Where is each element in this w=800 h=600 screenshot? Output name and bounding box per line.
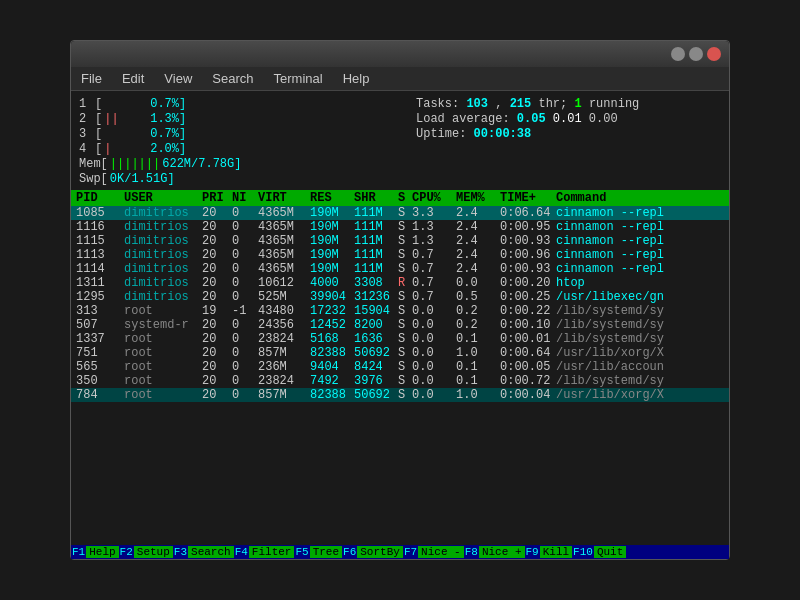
cell-time: 0:00.25 [499, 290, 555, 304]
cell-virt: 4365M [257, 262, 309, 276]
cell-res: 4000 [309, 276, 353, 290]
cell-res: 5168 [309, 332, 353, 346]
table-row[interactable]: 1115 dimitrios 20 0 4365M 190M 111M S 1.… [71, 234, 729, 248]
menu-item-edit[interactable]: Edit [120, 70, 146, 87]
table-row[interactable]: 313 root 19 -1 43480 17232 15904 S 0.0 0… [71, 304, 729, 318]
cell-s: S [397, 346, 411, 360]
footer-bar: F1HelpF2SetupF3SearchF4FilterF5TreeF6Sor… [71, 545, 729, 559]
minimize-button[interactable] [671, 47, 685, 61]
cell-ni: 0 [231, 374, 257, 388]
cell-pid: 1115 [75, 234, 123, 248]
footer-item-f6[interactable]: F6SortBy [342, 546, 403, 558]
cell-mem: 0.2 [455, 304, 499, 318]
footer-item-f10[interactable]: F10Quit [572, 546, 626, 558]
table-row[interactable]: 1116 dimitrios 20 0 4365M 190M 111M S 1.… [71, 220, 729, 234]
cell-ni: 0 [231, 262, 257, 276]
menu-item-help[interactable]: Help [341, 70, 372, 87]
cell-pri: 20 [201, 388, 231, 402]
cell-cmd: /usr/libexec/gn [555, 290, 725, 304]
cell-virt: 10612 [257, 276, 309, 290]
table-row[interactable]: 507 systemd-r 20 0 24356 12452 8200 S 0.… [71, 318, 729, 332]
footer-key-f2: F2 [119, 546, 134, 558]
cell-s: S [397, 234, 411, 248]
uptime-stat: Uptime: 00:00:38 [416, 127, 721, 141]
table-row[interactable]: 1337 root 20 0 23824 5168 1636 S 0.0 0.1… [71, 332, 729, 346]
cell-mem: 0.1 [455, 360, 499, 374]
cell-s: S [397, 262, 411, 276]
cell-time: 0:00.93 [499, 262, 555, 276]
table-row[interactable]: 350 root 20 0 23824 7492 3976 S 0.0 0.1 … [71, 374, 729, 388]
footer-label-f10: Quit [594, 546, 626, 558]
table-rows: 1085 dimitrios 20 0 4365M 190M 111M S 3.… [71, 206, 729, 543]
cell-user: root [123, 388, 201, 402]
cell-cpu: 0.0 [411, 388, 455, 402]
menu-item-file[interactable]: File [79, 70, 104, 87]
cell-s: S [397, 332, 411, 346]
cell-time: 0:00.10 [499, 318, 555, 332]
maximize-button[interactable] [689, 47, 703, 61]
cell-pri: 20 [201, 262, 231, 276]
col-time: TIME+ [499, 191, 555, 205]
cell-virt: 4365M [257, 220, 309, 234]
table-row[interactable]: 1114 dimitrios 20 0 4365M 190M 111M S 0.… [71, 262, 729, 276]
table-row[interactable]: 565 root 20 0 236M 9404 8424 S 0.0 0.1 0… [71, 360, 729, 374]
cell-cmd: cinnamon --repl [555, 220, 725, 234]
cell-ni: 0 [231, 220, 257, 234]
footer-item-f7[interactable]: F7Nice - [403, 546, 464, 558]
cpu-row-4: 4 [ | 2.0%] [79, 142, 400, 156]
table-row[interactable]: 1295 dimitrios 20 0 525M 39904 31236 S 0… [71, 290, 729, 304]
cell-s: S [397, 388, 411, 402]
table-row[interactable]: 1113 dimitrios 20 0 4365M 190M 111M S 0.… [71, 248, 729, 262]
cell-cpu: 0.7 [411, 290, 455, 304]
cell-mem: 0.2 [455, 318, 499, 332]
cell-virt: 24356 [257, 318, 309, 332]
cell-shr: 3308 [353, 276, 397, 290]
cell-ni: 0 [231, 346, 257, 360]
cell-shr: 111M [353, 206, 397, 220]
footer-item-f9[interactable]: F9Kill [525, 546, 573, 558]
cell-user: dimitrios [123, 220, 201, 234]
cell-virt: 525M [257, 290, 309, 304]
cell-s: S [397, 374, 411, 388]
cell-virt: 23824 [257, 332, 309, 346]
table-row[interactable]: 1085 dimitrios 20 0 4365M 190M 111M S 3.… [71, 206, 729, 220]
cell-time: 0:00.04 [499, 388, 555, 402]
menu-item-terminal[interactable]: Terminal [272, 70, 325, 87]
cell-virt: 4365M [257, 234, 309, 248]
footer-item-f8[interactable]: F8Nice + [464, 546, 525, 558]
cell-cpu: 0.7 [411, 276, 455, 290]
cell-ni: 0 [231, 388, 257, 402]
footer-item-f2[interactable]: F2Setup [119, 546, 173, 558]
menu-item-search[interactable]: Search [210, 70, 255, 87]
cell-mem: 1.0 [455, 346, 499, 360]
footer-item-f1[interactable]: F1Help [71, 546, 119, 558]
cell-s: S [397, 304, 411, 318]
cell-res: 190M [309, 248, 353, 262]
footer-item-f5[interactable]: F5Tree [294, 546, 342, 558]
cell-pri: 20 [201, 346, 231, 360]
footer-item-f4[interactable]: F4Filter [234, 546, 295, 558]
menu-item-view[interactable]: View [162, 70, 194, 87]
footer-label-f1: Help [86, 546, 118, 558]
cell-ni: 0 [231, 360, 257, 374]
cell-mem: 2.4 [455, 220, 499, 234]
footer-label-f6: SortBy [357, 546, 403, 558]
cell-virt: 857M [257, 346, 309, 360]
footer-item-f3[interactable]: F3Search [173, 546, 234, 558]
cpu-row-3: 3 [ 0.7%] [79, 127, 400, 141]
cell-pid: 1085 [75, 206, 123, 220]
footer-key-f8: F8 [464, 546, 479, 558]
close-button[interactable] [707, 47, 721, 61]
cell-cpu: 0.0 [411, 318, 455, 332]
cell-cmd: cinnamon --repl [555, 248, 725, 262]
col-ni: NI [231, 191, 257, 205]
table-row[interactable]: 751 root 20 0 857M 82388 50692 S 0.0 1.0… [71, 346, 729, 360]
cell-ni: 0 [231, 276, 257, 290]
col-shr: SHR [353, 191, 397, 205]
cpu-bars: 1 [ 0.7%] 2 [ || 1.3%] 3 [ 0.7%] [79, 97, 400, 186]
cell-s: S [397, 220, 411, 234]
table-row[interactable]: 1311 dimitrios 20 0 10612 4000 3308 R 0.… [71, 276, 729, 290]
table-row[interactable]: 784 root 20 0 857M 82388 50692 S 0.0 1.0… [71, 388, 729, 402]
cell-user: dimitrios [123, 276, 201, 290]
cell-mem: 0.5 [455, 290, 499, 304]
